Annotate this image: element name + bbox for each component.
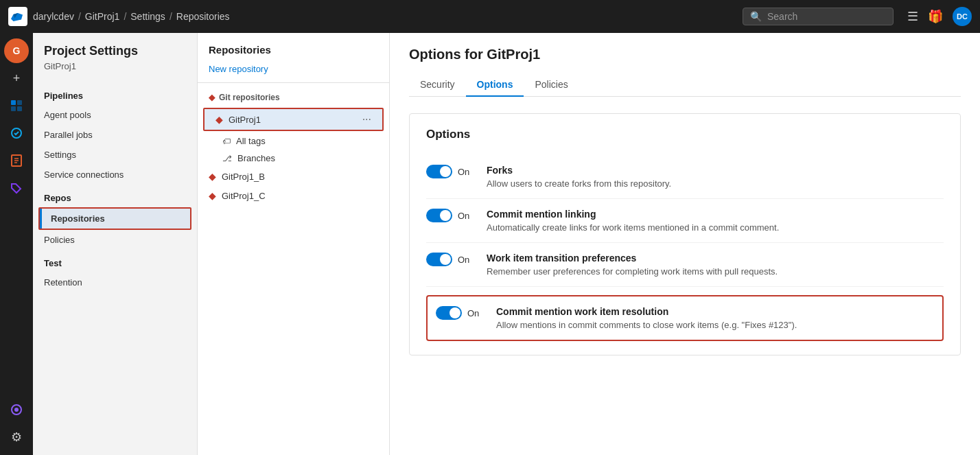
section-label-test: Test xyxy=(33,250,197,272)
commit-linking-desc: Automatically create links for work item… xyxy=(487,222,944,233)
work-item-toggle-label: On xyxy=(458,255,469,265)
repos-panel-title: Repositories xyxy=(198,41,389,61)
git-repos-section[interactable]: ◆ Git repositories xyxy=(198,89,389,106)
branch-icon: ⎇ xyxy=(222,154,232,163)
nav-icons: ☰ 🎁 DC xyxy=(907,7,972,26)
rail-icon-boards[interactable] xyxy=(4,93,29,118)
branches-label: Branches xyxy=(237,153,275,163)
repo-icon-gitproj1: ◆ xyxy=(215,114,223,125)
rail-icon-artifacts[interactable] xyxy=(4,397,29,422)
main-layout: G + ⚙ Project Settings GitProj1 Pipeline… xyxy=(0,33,980,455)
repo-icon-gitproj1b: ◆ xyxy=(209,171,216,182)
sidebar-item-service-connections[interactable]: Service connections xyxy=(33,165,197,185)
all-tags-label: All tags xyxy=(236,136,266,146)
commit-linking-toggle-label: On xyxy=(458,211,469,221)
repo-item-gitproj1[interactable]: ◆ GitProj1 ··· xyxy=(205,109,382,130)
work-item-option-text: Work item transition preferences Remembe… xyxy=(487,253,944,277)
option-row-commit-linking: On Commit mention linking Automatically … xyxy=(426,199,944,243)
breadcrumb-project[interactable]: GitProj1 xyxy=(85,11,120,22)
repo-sub-all-tags[interactable]: 🏷 All tags xyxy=(198,132,389,150)
commit-linking-name: Commit mention linking xyxy=(487,209,944,220)
rail-icon-testplans[interactable] xyxy=(4,176,29,200)
commit-resolution-desc: Allow mentions in commit comments to clo… xyxy=(496,320,934,330)
breadcrumb: darylcdev / GitProj1 / Settings / Reposi… xyxy=(33,11,230,22)
sidebar-item-agent-pools[interactable]: Agent pools xyxy=(33,105,197,125)
breadcrumb-sep3: / xyxy=(170,11,172,22)
commit-resolution-option-text: Commit mention work item resolution Allo… xyxy=(496,306,934,330)
forks-toggle-wrapper: On xyxy=(426,165,476,178)
sidebar-item-settings[interactable]: Settings xyxy=(33,145,197,165)
new-repository-button[interactable]: New repository xyxy=(198,61,389,82)
forks-name: Forks xyxy=(487,165,944,176)
repo-sub-branches[interactable]: ⎇ Branches xyxy=(198,150,389,167)
git-icon: ◆ xyxy=(209,93,215,102)
section-label-repos: Repos xyxy=(33,185,197,207)
repo-more-gitproj1[interactable]: ··· xyxy=(362,113,371,126)
repo-item-gitproj1c[interactable]: ◆ GitProj1_C xyxy=(198,186,389,205)
forks-toggle[interactable] xyxy=(426,165,452,178)
section-label-pipelines: Pipelines xyxy=(33,82,197,105)
forks-toggle-label: On xyxy=(458,167,469,177)
option-row-commit-resolution-highlighted: On Commit mention work item resolution A… xyxy=(426,295,944,341)
rail-icon-settings[interactable]: ⚙ xyxy=(4,425,29,450)
commit-resolution-toggle[interactable] xyxy=(436,306,462,320)
repos-panel: Repositories New repository ◆ Git reposi… xyxy=(198,33,390,455)
commit-resolution-toggle-label: On xyxy=(467,308,479,318)
commit-resolution-inner: On Commit mention work item resolution A… xyxy=(436,306,934,330)
repo-label-gitproj1b: GitProj1_B xyxy=(222,172,265,182)
breadcrumb-sep2: / xyxy=(124,11,126,22)
commit-linking-option-text: Commit mention linking Automatically cre… xyxy=(487,209,944,233)
tag-icon: 🏷 xyxy=(222,137,231,146)
icon-rail: G + ⚙ xyxy=(0,33,33,455)
commit-resolution-toggle-wrapper: On xyxy=(436,306,485,320)
git-repos-label: Git repositories xyxy=(219,93,280,102)
user-avatar[interactable]: DC xyxy=(953,7,972,26)
option-row-forks: On Forks Allow users to create forks fro… xyxy=(426,155,944,199)
repo-label-gitproj1c: GitProj1_C xyxy=(222,191,266,201)
breadcrumb-org[interactable]: darylcdev xyxy=(33,11,74,22)
forks-desc: Allow users to create forks from this re… xyxy=(487,178,944,189)
tab-policies[interactable]: Policies xyxy=(524,73,579,97)
breadcrumb-repos[interactable]: Repositories xyxy=(176,11,230,22)
work-item-toggle[interactable] xyxy=(426,253,452,266)
gift-icon[interactable]: 🎁 xyxy=(928,9,943,24)
list-icon[interactable]: ☰ xyxy=(907,9,918,24)
work-item-toggle-wrapper: On xyxy=(426,253,476,266)
tab-options[interactable]: Options xyxy=(466,73,524,97)
sidebar-item-parallel-jobs[interactable]: Parallel jobs xyxy=(33,125,197,145)
commit-resolution-name: Commit mention work item resolution xyxy=(496,306,934,317)
commit-linking-toggle[interactable] xyxy=(426,209,452,222)
azure-devops-logo[interactable] xyxy=(8,7,27,26)
search-input[interactable] xyxy=(767,11,886,22)
repo-icon-gitproj1c: ◆ xyxy=(209,190,216,201)
sidebar-item-retention[interactable]: Retention xyxy=(33,272,197,292)
tab-security[interactable]: Security xyxy=(409,73,466,97)
repos-divider xyxy=(198,82,389,83)
content-area: Options for GitProj1 Security Options Po… xyxy=(390,33,980,455)
sidebar-item-policies[interactable]: Policies xyxy=(33,230,197,250)
rail-icon-add[interactable]: + xyxy=(4,66,29,91)
breadcrumb-settings[interactable]: Settings xyxy=(130,11,165,22)
search-box[interactable]: 🔍 xyxy=(743,8,894,25)
content-tabs: Security Options Policies xyxy=(409,73,961,97)
rail-icon-repos[interactable] xyxy=(4,148,29,173)
svg-rect-3 xyxy=(17,106,22,111)
content-title: Options for GitProj1 xyxy=(409,47,961,62)
commit-linking-toggle-wrapper: On xyxy=(426,209,476,222)
rail-icon-pipelines[interactable] xyxy=(4,121,29,145)
svg-rect-2 xyxy=(11,106,16,111)
sidebar-item-repositories[interactable]: Repositories xyxy=(40,209,190,229)
settings-title: Project Settings xyxy=(33,44,197,61)
svg-rect-0 xyxy=(11,100,16,105)
settings-sidebar: Project Settings GitProj1 Pipelines Agen… xyxy=(33,33,198,455)
svg-rect-1 xyxy=(17,100,22,105)
svg-point-10 xyxy=(14,408,19,412)
work-item-desc: Remember user preferences for completing… xyxy=(487,266,944,277)
rail-icon-org[interactable]: G xyxy=(4,38,29,63)
settings-subtitle: GitProj1 xyxy=(33,61,197,82)
repo-label-gitproj1: GitProj1 xyxy=(229,115,261,125)
option-row-work-item-transition: On Work item transition preferences Reme… xyxy=(426,243,944,287)
top-navigation: darylcdev / GitProj1 / Settings / Reposi… xyxy=(0,0,980,33)
options-card-title: Options xyxy=(426,128,944,141)
repo-item-gitproj1b[interactable]: ◆ GitProj1_B xyxy=(198,167,389,186)
